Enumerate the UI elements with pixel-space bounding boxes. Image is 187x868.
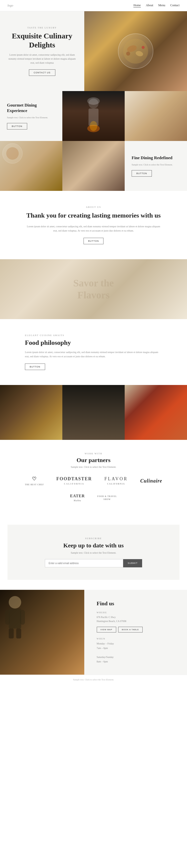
find-us-title: Find us: [97, 600, 175, 607]
svg-point-1: [123, 39, 148, 64]
nav-about[interactable]: About: [146, 3, 153, 7]
dining-image-cell: [62, 141, 125, 191]
fine-dining-title: Fine Dining Redefined: [132, 155, 172, 161]
nav-menu[interactable]: Menu: [158, 3, 165, 7]
dish1-image: [0, 385, 62, 440]
food2-image: [125, 91, 187, 141]
partners-description: Sample text. Click to select the Text El…: [15, 466, 172, 468]
eater-name: EATER: [70, 494, 85, 498]
foodtaster-name: FOODTASTER: [56, 476, 92, 482]
partner-foodtaster: FOODTASTER CALIFORNIA: [56, 476, 92, 486]
hero-food-image: [84, 11, 187, 91]
culinaire-label: Culinaire: [140, 478, 162, 484]
about-description: Lorem ipsum dolor sit amet, consectetur …: [25, 224, 162, 233]
svg-rect-17: [9, 628, 14, 639]
eater-sub: Malibu: [74, 499, 81, 502]
view-map-button[interactable]: VIEW MAP: [97, 627, 116, 632]
hours-weekday-time: 7am – 6pm: [97, 647, 108, 649]
svg-point-10: [90, 121, 97, 131]
blurred-text: Savor the Flavors: [73, 277, 114, 301]
grid-section: Gourmet Dining Experience Sample text. C…: [0, 91, 187, 191]
philosophy-section: ELEGANT CUISINE AWAITS Food philosophy L…: [0, 319, 187, 385]
about-sub: ABOUT US: [25, 206, 162, 208]
philosophy-button[interactable]: BUTTON: [25, 364, 45, 370]
logo: logo: [7, 3, 13, 7]
book-table-button[interactable]: BOOK A TABLE: [118, 627, 143, 632]
address-line2: Huntington Beach, CA 07698: [97, 620, 126, 622]
hero-cta-button[interactable]: CONTACT US: [29, 69, 55, 76]
dining-image: [62, 141, 125, 191]
svg-point-5: [142, 46, 145, 49]
about-button[interactable]: BUTTON: [84, 238, 104, 244]
subscribe-outer: SUBSCRIBE Keep up to date with us Sample…: [0, 515, 187, 590]
chef-image: [62, 91, 125, 141]
blurred-section: Savor the Flavors: [0, 259, 187, 319]
hours-weekend-time: 8am – 6pm: [97, 660, 108, 663]
gourmet-button[interactable]: BUTTON: [7, 123, 27, 129]
heart-icon: ♡: [25, 476, 44, 482]
waiter-image: [62, 385, 125, 440]
partners-title: Our partners: [15, 457, 172, 464]
chef-image-cell: [62, 91, 125, 141]
footer-text: Sample text. Click to select the Text El…: [7, 678, 180, 681]
map-buttons: VIEW MAP BOOK A TABLE: [97, 627, 175, 632]
subscribe-form: SUBMIT: [45, 559, 142, 567]
svg-point-4: [126, 52, 130, 56]
subscribe-title: Keep up to date with us: [45, 542, 142, 549]
svg-rect-16: [20, 610, 25, 625]
find-us-section: Find us WHERE 676 Pacific C Hwy Huntingt…: [0, 590, 187, 675]
address: 676 Pacific C Hwy Huntington Beach, CA 0…: [97, 615, 175, 623]
find-us-image: [0, 590, 84, 675]
svg-rect-14: [9, 609, 21, 628]
fine-dining-text-cell: Fine Dining Redefined Sample text. Click…: [125, 141, 187, 191]
hero-image: [84, 11, 187, 91]
flavor-sub: CALIFORNIA: [107, 483, 125, 485]
subscribe-section: SUBSCRIBE Keep up to date with us Sample…: [7, 525, 180, 580]
nav-links: Home About Menu Contact: [133, 3, 180, 7]
partner-flavor: FLAVOR CALIFORNIA: [104, 476, 128, 486]
gourmet-description: Sample text. Click to select the Text El…: [7, 116, 48, 120]
partners-grid: ♡ THE BEST CHEF FOODTASTER CALIFORNIA FL…: [15, 476, 172, 502]
about-section: ABOUT US Thank you for creating lasting …: [0, 191, 187, 259]
chef-figure: [81, 96, 106, 136]
email-input[interactable]: [45, 559, 123, 567]
foodtaster-sub: CALIFORNIA: [64, 483, 85, 485]
svg-point-12: [6, 147, 19, 160]
plate-illustration: [0, 141, 25, 166]
hours: Monday – Friday 7am – 6pm Saturday/Sunda…: [97, 642, 175, 664]
blurred-line1: Savor the: [73, 277, 114, 289]
find-us-info: Find us WHERE 676 Pacific C Hwy Huntingt…: [84, 590, 187, 675]
svg-rect-15: [5, 610, 10, 625]
hero-description: Lorem ipsum dolor sit amet, consectetur …: [7, 53, 77, 65]
philosophy-sub: ELEGANT CUISINE AWAITS: [25, 334, 162, 337]
cook-figure: [0, 590, 30, 640]
navigation: logo Home About Menu Contact: [0, 0, 187, 11]
food1-image-cell: [0, 141, 62, 191]
nav-contact[interactable]: Contact: [170, 3, 180, 7]
partner-culinaire: Culinaire: [140, 478, 162, 484]
when-label: WHEN: [97, 638, 175, 640]
gourmet-title: Gourmet Dining Experience: [7, 102, 55, 114]
philosophy-description: Lorem ipsum dolor sit amet, consectetur …: [25, 350, 162, 359]
svg-point-13: [9, 596, 21, 609]
hours-weekday: Monday – Friday: [97, 642, 114, 645]
fine-dining-button[interactable]: BUTTON: [132, 170, 152, 177]
where-label: WHERE: [97, 611, 175, 614]
partners-sub: WORK WITH: [15, 452, 172, 455]
partners-section: WORK WITH Our partners Sample text. Clic…: [0, 440, 187, 515]
footer: Sample text. Click to select the Text El…: [0, 675, 187, 684]
svg-rect-18: [16, 628, 21, 639]
about-title: Thank you for creating lasting memories …: [25, 211, 162, 220]
food-travel-label: FOOD & TRAVELSHOW: [97, 495, 117, 500]
svg-point-8: [87, 97, 100, 105]
fine-dining-description: Sample text. Click to select the Text El…: [132, 163, 173, 167]
philosophy-title: Food philosophy: [25, 339, 162, 346]
three-images-row: [0, 385, 187, 440]
hours-weekend: Saturday/Sunday: [97, 656, 114, 658]
partner-eater: EATER Malibu: [70, 494, 85, 502]
hero-section: TASTE THE LUXURY Exquisite Culinary Deli…: [0, 11, 187, 91]
partner-food-travel: FOOD & TRAVELSHOW: [97, 495, 117, 501]
food1-image: [0, 141, 62, 191]
submit-button[interactable]: SUBMIT: [123, 559, 142, 567]
nav-home[interactable]: Home: [133, 3, 141, 7]
